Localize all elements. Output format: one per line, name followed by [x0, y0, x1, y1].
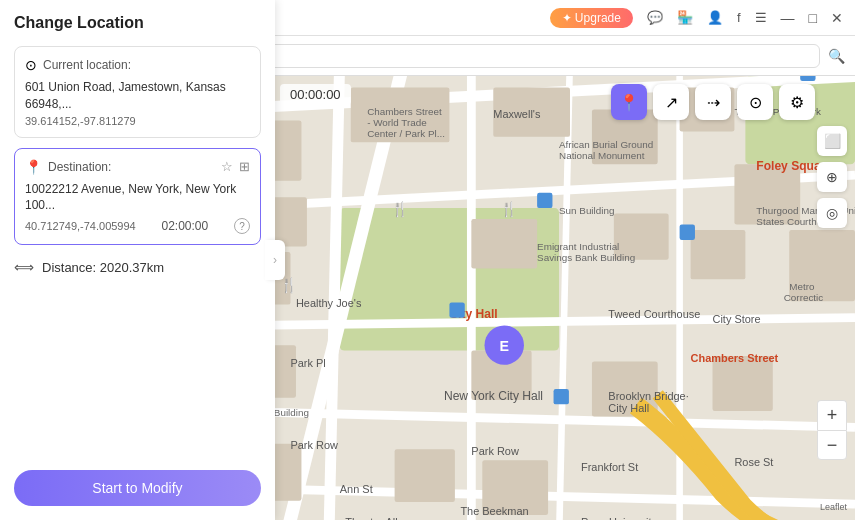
svg-text:The Beekman: The Beekman: [460, 505, 528, 517]
svg-text:🍴: 🍴: [500, 200, 518, 218]
distance-row: ⟺ Distance: 2020.37km: [14, 255, 261, 279]
timer-display: 00:00:00: [280, 84, 351, 105]
current-location-icon: ⊙: [25, 57, 37, 73]
map-tool-multi-stop[interactable]: ⇢: [695, 84, 731, 120]
svg-text:Rose St: Rose St: [734, 456, 773, 468]
destination-address: 10022212 Avenue, New York, New York 100.…: [25, 181, 250, 215]
destination-coords: 40.712749,-74.005994: [25, 220, 136, 232]
svg-text:Sun Building: Sun Building: [559, 205, 614, 216]
svg-rect-36: [395, 449, 455, 502]
map-tool-jump[interactable]: ⊙: [737, 84, 773, 120]
panel-title: Change Location: [14, 14, 261, 32]
svg-rect-33: [713, 356, 773, 411]
svg-rect-85: [537, 193, 552, 208]
svg-text:Brooklyn Bridge·: Brooklyn Bridge·: [608, 390, 688, 402]
zoom-in-button[interactable]: +: [817, 400, 847, 430]
svg-text:Frankfort St: Frankfort St: [581, 461, 638, 473]
svg-text:Savings Bank Building: Savings Bank Building: [537, 252, 635, 263]
svg-text:Maxwell's: Maxwell's: [493, 108, 541, 120]
map-toolbar-top: 📍 ↗ ⇢ ⊙ ⚙: [611, 84, 815, 120]
svg-text:Healthy Joe's: Healthy Joe's: [296, 297, 362, 309]
svg-rect-26: [471, 219, 537, 268]
svg-text:E: E: [499, 338, 509, 354]
distance-icon: ⟺: [14, 259, 34, 275]
store-icon[interactable]: 🏪: [677, 10, 693, 25]
destination-header: 📍 Destination: ☆ ⊞: [25, 159, 250, 175]
svg-text:Theater Alley: Theater Alley: [345, 516, 409, 520]
destination-star-icon[interactable]: ☆: [221, 159, 233, 174]
svg-rect-88: [680, 225, 695, 240]
svg-text:Center / Park Pl...: Center / Park Pl...: [367, 128, 445, 139]
current-location-coords: 39.614152,-97.811279: [25, 115, 250, 127]
current-location-box: ⊙ Current location: 601 Union Road, Jame…: [14, 46, 261, 138]
svg-text:Correctic: Correctic: [784, 292, 824, 303]
menu-icon[interactable]: ☰: [755, 10, 767, 25]
svg-text:- World Trade: - World Trade: [367, 117, 427, 128]
user-icon[interactable]: 👤: [707, 10, 723, 25]
destination-bookmark-icon[interactable]: ⊞: [239, 159, 250, 174]
destination-time: 02:00:00: [162, 219, 209, 233]
destination-box: 📍 Destination: ☆ ⊞ 10022212 Avenue, New …: [14, 148, 261, 246]
destination-header-left: 📍 Destination:: [25, 159, 111, 175]
location-target-button[interactable]: ⊕: [817, 162, 847, 192]
svg-text:Pace University: Pace University: [581, 516, 658, 520]
map-toolbar-right: ⬜ ⊕ ◎: [817, 126, 847, 228]
discord-icon[interactable]: 💬: [647, 10, 663, 25]
start-modify-button[interactable]: Start to Modify: [14, 470, 261, 506]
svg-rect-86: [449, 302, 464, 317]
destination-coords-row: 40.712749,-74.005994 02:00:00 ?: [25, 218, 250, 234]
svg-text:Chambers Street: Chambers Street: [691, 352, 779, 364]
svg-text:Chambers Street: Chambers Street: [367, 106, 442, 117]
upgrade-button[interactable]: ✦ Upgrade: [550, 8, 633, 28]
svg-rect-28: [691, 230, 746, 279]
distance-label: Distance: 2020.37km: [42, 260, 164, 275]
change-location-panel: Change Location ⊙ Current location: 601 …: [0, 0, 275, 520]
svg-text:City Hall: City Hall: [608, 402, 649, 414]
svg-rect-87: [554, 389, 569, 404]
svg-text:Park Row: Park Row: [471, 445, 519, 457]
map-tool-settings[interactable]: ⚙: [779, 84, 815, 120]
svg-text:African Burial Ground: African Burial Ground: [559, 139, 653, 150]
svg-rect-93: [800, 76, 815, 81]
titlebar-right: ✦ Upgrade 💬 🏪 👤 f ☰ — □ ✕: [550, 8, 843, 28]
destination-help-icon[interactable]: ?: [234, 218, 250, 234]
screenshot-button[interactable]: ⬜: [817, 126, 847, 156]
facebook-icon[interactable]: f: [737, 10, 741, 25]
zoom-out-button[interactable]: −: [817, 430, 847, 460]
destination-label: Destination:: [48, 160, 111, 174]
svg-text:Tweed Courthouse: Tweed Courthouse: [608, 308, 700, 320]
current-location-header: ⊙ Current location:: [25, 57, 250, 73]
destination-pin-icon: 📍: [25, 159, 42, 175]
panel-drag-handle[interactable]: ›: [265, 240, 285, 280]
current-location-label: Current location:: [43, 58, 131, 72]
map-tool-route[interactable]: ↗: [653, 84, 689, 120]
leaflet-attribution: Leaflet: [820, 502, 847, 512]
svg-text:Emigrant Industrial: Emigrant Industrial: [537, 241, 619, 252]
svg-text:Metro: Metro: [789, 281, 815, 292]
svg-text:🍴: 🍴: [391, 200, 409, 218]
current-location-address: 601 Union Road, Jamestown, Kansas 66948,…: [25, 79, 250, 113]
svg-text:Ann St: Ann St: [340, 483, 373, 495]
compass-button[interactable]: ◎: [817, 198, 847, 228]
svg-text:Park Row: Park Row: [290, 439, 338, 451]
zoom-controls: + −: [817, 400, 847, 460]
close-button[interactable]: ✕: [831, 11, 843, 25]
maximize-button[interactable]: □: [809, 11, 817, 25]
svg-text:National Monument: National Monument: [559, 150, 645, 161]
search-icon[interactable]: 🔍: [828, 48, 845, 64]
svg-text:Park Pl: Park Pl: [290, 357, 325, 369]
svg-text:New York City Hall: New York City Hall: [444, 389, 543, 403]
map-tool-pin[interactable]: 📍: [611, 84, 647, 120]
minimize-button[interactable]: —: [781, 11, 795, 25]
destination-header-right: ☆ ⊞: [221, 159, 250, 174]
svg-text:City Store: City Store: [713, 313, 761, 325]
